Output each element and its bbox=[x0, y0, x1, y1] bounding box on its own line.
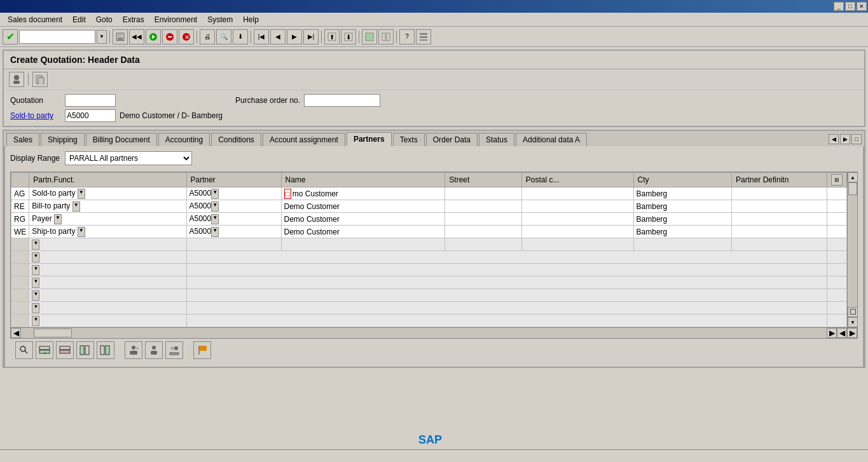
command-input[interactable] bbox=[19, 30, 95, 44]
minimize-button[interactable]: _ bbox=[834, 2, 844, 11]
prev-button[interactable]: ◀ bbox=[270, 29, 286, 44]
col-partner-definitn-header[interactable]: Partner Definitn bbox=[732, 173, 827, 187]
h-nav-right[interactable]: ▶ bbox=[847, 328, 857, 338]
col-settings-header[interactable]: ⊞ bbox=[827, 173, 847, 187]
row-selector[interactable]: WE bbox=[11, 226, 29, 238]
page-up-button[interactable]: ⬆ bbox=[324, 29, 340, 44]
h-scroll-thumb[interactable] bbox=[34, 329, 72, 337]
cell-partner[interactable]: A5000▼ bbox=[186, 187, 281, 200]
print-button[interactable]: 🖨 bbox=[200, 29, 215, 44]
person-icon-button[interactable] bbox=[9, 72, 24, 87]
col-postal-header[interactable]: Postal c... bbox=[521, 173, 633, 187]
row-selector[interactable]: AG bbox=[11, 187, 29, 200]
person-org-button[interactable] bbox=[125, 341, 142, 359]
help-button[interactable]: ? bbox=[399, 29, 415, 44]
tab-accounting[interactable]: Accounting bbox=[158, 133, 210, 146]
next-button[interactable]: ▶ bbox=[287, 29, 302, 44]
customize-button[interactable] bbox=[416, 29, 431, 44]
cell-partner[interactable]: A5000▼ bbox=[186, 200, 281, 213]
sold-to-party-label[interactable]: Sold-to party bbox=[10, 111, 61, 120]
dropdown-arrow[interactable]: ▼ bbox=[78, 189, 85, 199]
col-name-header[interactable]: Name bbox=[281, 173, 445, 187]
menu-environment[interactable]: Environment bbox=[149, 14, 202, 25]
menu-system[interactable]: System bbox=[202, 14, 238, 25]
last-button[interactable]: ▶| bbox=[303, 29, 319, 44]
green-check-button[interactable]: ✔ bbox=[3, 29, 18, 44]
save-button[interactable] bbox=[113, 29, 128, 44]
h-nav-left[interactable]: ◀ bbox=[837, 328, 847, 338]
dropdown-arrow[interactable]: ▼ bbox=[32, 303, 39, 313]
close-button[interactable]: ✕ bbox=[857, 2, 867, 11]
insert-row-button[interactable]: + bbox=[36, 341, 53, 359]
delete-row-button[interactable] bbox=[56, 341, 74, 359]
col-right-button[interactable] bbox=[97, 341, 114, 359]
dropdown-arrow[interactable]: ▼ bbox=[72, 201, 80, 212]
tab-scroll-right[interactable]: ▶ bbox=[840, 134, 850, 144]
partner-dropdown[interactable]: ▼ bbox=[211, 201, 219, 212]
page-down-button[interactable]: ⬇ bbox=[341, 29, 356, 44]
col-left-button[interactable] bbox=[76, 341, 94, 359]
scroll-up-button[interactable]: ▲ bbox=[848, 172, 858, 182]
row-selector[interactable] bbox=[11, 276, 29, 289]
first-button[interactable]: |◀ bbox=[254, 29, 269, 44]
documents-button[interactable] bbox=[32, 72, 48, 87]
partner-dropdown[interactable]: ▼ bbox=[211, 189, 219, 199]
menu-help[interactable]: Help bbox=[238, 14, 264, 25]
execute-button[interactable] bbox=[146, 29, 161, 44]
title-bar-buttons[interactable]: _ □ ✕ bbox=[834, 2, 867, 11]
col-partner-header[interactable]: Partner bbox=[186, 173, 281, 187]
tab-shipping[interactable]: Shipping bbox=[41, 133, 85, 146]
dropdown-arrow[interactable]: ▼ bbox=[54, 214, 62, 224]
menu-sales-document[interactable]: Sales document bbox=[3, 14, 67, 25]
layout2-button[interactable] bbox=[378, 29, 394, 44]
tab-conditions[interactable]: Conditions bbox=[211, 133, 261, 146]
tab-menu[interactable]: □ bbox=[851, 134, 862, 144]
scroll-down-button[interactable]: ▼ bbox=[848, 317, 858, 327]
col-street-header[interactable]: Street bbox=[445, 173, 521, 187]
cell-partner[interactable]: A5000▼ bbox=[186, 213, 281, 226]
menu-extras[interactable]: Extras bbox=[118, 14, 149, 25]
dropdown-arrow[interactable]: ▼ bbox=[32, 265, 39, 275]
row-selector[interactable] bbox=[11, 251, 29, 264]
tab-sales[interactable]: Sales bbox=[6, 133, 39, 146]
tab-order-data[interactable]: Order Data bbox=[426, 133, 478, 146]
menu-goto[interactable]: Goto bbox=[91, 14, 118, 25]
dropdown-arrow[interactable]: ▼ bbox=[32, 252, 39, 262]
menu-edit[interactable]: Edit bbox=[67, 14, 91, 25]
purchase-order-input[interactable] bbox=[304, 94, 380, 107]
tab-texts[interactable]: Texts bbox=[393, 133, 425, 146]
dropdown-arrow[interactable]: ▼ bbox=[32, 316, 39, 326]
row-selector[interactable]: RG bbox=[11, 213, 29, 226]
tab-status[interactable]: Status bbox=[479, 133, 514, 146]
tab-account-assignment[interactable]: Account assignment bbox=[263, 133, 345, 146]
tab-additional-data-a[interactable]: Additional data A bbox=[516, 133, 587, 146]
quotation-input[interactable] bbox=[65, 94, 116, 107]
command-dropdown[interactable]: ▼ bbox=[97, 30, 107, 44]
maximize-button[interactable]: □ bbox=[845, 2, 855, 11]
person-button[interactable] bbox=[145, 341, 163, 359]
cell-partner[interactable]: A5000▼ bbox=[186, 226, 281, 238]
tab-billing-document[interactable]: Billing Document bbox=[86, 133, 157, 146]
dropdown-arrow[interactable]: ▼ bbox=[32, 290, 39, 301]
column-settings-button[interactable]: ⊞ bbox=[831, 174, 843, 186]
partner-dropdown[interactable]: ▼ bbox=[211, 214, 219, 224]
h-scroll-right-btn[interactable]: ▶ bbox=[827, 328, 837, 338]
scroll-checkbox[interactable]: ☐ bbox=[848, 307, 858, 317]
col-city-header[interactable]: Cty bbox=[633, 173, 731, 187]
flag-button[interactable] bbox=[193, 341, 211, 359]
find-button[interactable]: 🔍 bbox=[216, 29, 231, 44]
scroll-thumb[interactable] bbox=[848, 182, 857, 195]
col-partn-funct-header[interactable]: Partn.Funct. bbox=[29, 173, 186, 187]
row-selector[interactable] bbox=[11, 302, 29, 315]
row-selector[interactable] bbox=[11, 315, 29, 327]
sold-to-party-input[interactable] bbox=[65, 109, 116, 122]
search-partners-button[interactable] bbox=[15, 341, 33, 359]
cancel-button[interactable]: ✕ bbox=[179, 29, 194, 44]
layout1-button[interactable] bbox=[362, 29, 377, 44]
tab-scroll-left[interactable]: ◀ bbox=[829, 134, 839, 144]
stop-button[interactable] bbox=[162, 29, 177, 44]
partner-dropdown[interactable]: ▼ bbox=[211, 227, 219, 237]
row-selector[interactable] bbox=[11, 289, 29, 302]
back-button[interactable]: ◀◀ bbox=[129, 29, 144, 44]
display-range-select[interactable]: PARALL All partners bbox=[65, 151, 192, 165]
